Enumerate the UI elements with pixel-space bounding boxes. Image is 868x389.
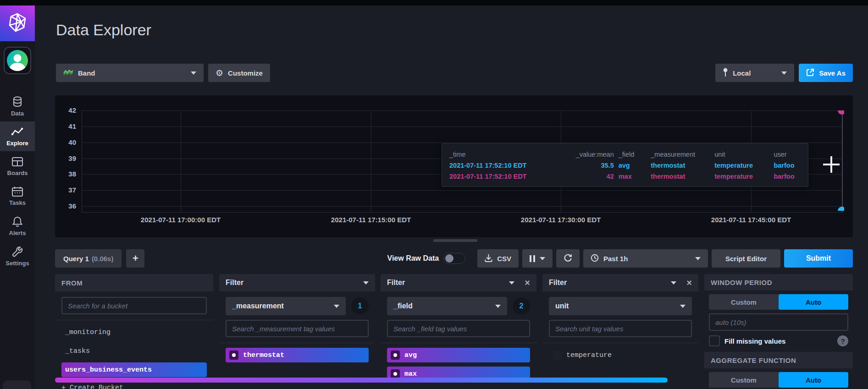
chart-resize-handle[interactable] xyxy=(433,239,477,242)
tooltip-header-row: _time _value:mean _field _measurement un… xyxy=(449,149,801,160)
builder-horizontal-scrollbar[interactable] xyxy=(55,378,668,383)
refresh-button[interactable] xyxy=(556,249,580,268)
chevron-down-icon[interactable] xyxy=(671,281,676,285)
chevron-down-icon xyxy=(334,305,339,308)
bucket-item[interactable]: _monitoring xyxy=(61,325,207,340)
sidebar-item-label: Settings xyxy=(6,260,29,267)
chevron-down-icon[interactable] xyxy=(509,281,514,285)
tag-value-list: thermostat xyxy=(226,343,369,362)
create-bucket-button[interactable]: + Create Bucket xyxy=(61,384,123,389)
tooltip-cell: thermostat xyxy=(651,171,710,182)
csv-download-button[interactable]: CSV xyxy=(477,249,519,268)
plus-icon: + xyxy=(133,252,138,264)
query-duration: (0.06s) xyxy=(92,255,114,263)
pause-dropdown-button[interactable] xyxy=(522,249,553,268)
chevron-down-icon xyxy=(495,305,501,308)
csv-label: CSV xyxy=(497,255,511,263)
sidebar-item-settings[interactable]: Settings xyxy=(0,241,35,271)
filter-key-dropdown[interactable]: _measurement xyxy=(226,297,346,315)
filter-key-label: unit xyxy=(555,302,569,310)
filter-panel-field: Filter × _field 2 xyxy=(381,274,536,389)
sidebar-item-data[interactable]: Data xyxy=(0,91,35,121)
gridline xyxy=(82,126,842,127)
save-as-button[interactable]: Save As xyxy=(799,64,853,82)
tag-value-search-input[interactable] xyxy=(226,320,369,337)
visualization-type-dropdown[interactable]: Band xyxy=(56,64,204,82)
window-period-input[interactable] xyxy=(709,313,848,331)
query-tab[interactable]: Query 1 (0.06s) xyxy=(55,249,122,268)
timezone-dropdown[interactable]: Local xyxy=(715,64,794,82)
tag-value-item-selected[interactable]: thermostat xyxy=(226,348,369,362)
axis-line xyxy=(82,110,82,212)
filter-key-dropdown[interactable]: unit xyxy=(549,297,692,315)
tag-value-search-input[interactable] xyxy=(387,320,530,337)
pause-icon xyxy=(530,255,535,262)
fill-missing-label: Fill missing values xyxy=(724,337,785,345)
sidebar-item-label: Boards xyxy=(7,170,28,176)
time-range-dropdown[interactable]: Past 1h xyxy=(583,249,708,268)
tooltip-cell: thermostat xyxy=(651,160,710,171)
filter-key-dropdown[interactable]: _field xyxy=(387,297,507,315)
sidebar-bottom-partial[interactable] xyxy=(3,380,31,389)
sidebar-item-tasks[interactable]: Tasks xyxy=(0,181,35,211)
from-panel: FROM _monitoring _tasks users_business_e… xyxy=(55,274,213,389)
tooltip-cell: 2021-07-11 17:52:10 EDT xyxy=(449,171,571,182)
help-icon[interactable]: ? xyxy=(837,335,848,346)
clock-icon xyxy=(591,254,599,263)
filter-panel-unit: Filter × unit tempera xyxy=(542,274,698,389)
close-icon[interactable]: × xyxy=(525,278,530,287)
tooltip-row-max: 2021-07-11 17:52:10 EDT 42 max thermosta… xyxy=(449,171,801,182)
user-avatar[interactable] xyxy=(4,47,31,74)
tooltip-col-unit: unit xyxy=(714,149,769,160)
series-point-max xyxy=(838,106,846,115)
close-icon[interactable]: × xyxy=(686,278,692,287)
aggregate-function-label: AGGREGATE FUNCTION xyxy=(711,356,796,364)
tooltip-col-measurement: _measurement xyxy=(651,149,710,160)
filter-key-row: unit xyxy=(549,297,692,315)
sidebar-item-boards[interactable]: Boards xyxy=(0,151,35,181)
from-panel-header: FROM xyxy=(55,274,213,291)
y-axis-tick: 40 xyxy=(55,138,76,146)
chevron-down-icon xyxy=(680,305,686,308)
custom-option[interactable]: Custom xyxy=(709,372,779,388)
view-raw-data-toggle[interactable] xyxy=(443,253,465,264)
submit-button[interactable]: Submit xyxy=(784,249,853,268)
bucket-item[interactable]: _tasks xyxy=(61,344,207,358)
chevron-down-icon[interactable] xyxy=(363,281,369,285)
selected-count-badge: 1 xyxy=(351,297,369,315)
database-icon xyxy=(11,96,23,108)
sidebar-item-explore[interactable]: Explore xyxy=(0,121,35,151)
tag-value-label: thermostat xyxy=(243,351,284,359)
custom-option[interactable]: Custom xyxy=(709,294,779,310)
customize-button[interactable]: ⚙ Customize xyxy=(208,64,270,82)
tag-value-item[interactable]: temperature xyxy=(549,348,692,362)
toggle-knob xyxy=(445,254,453,263)
fill-missing-checkbox[interactable] xyxy=(709,335,720,346)
sidebar-item-label: Alerts xyxy=(9,230,26,236)
x-axis-tick: 2021-07-11 17:45:00 EDT xyxy=(687,216,815,224)
data-explorer-screen: Data Explore Boards xyxy=(0,0,868,389)
filter-title: Filter xyxy=(387,279,405,287)
tooltip-cell: avg xyxy=(619,160,647,171)
tag-value-search-input[interactable] xyxy=(549,320,692,337)
auto-option[interactable]: Auto xyxy=(779,372,848,388)
y-axis-tick: 39 xyxy=(55,154,76,162)
tag-value-item-selected[interactable]: avg xyxy=(387,348,530,362)
chart-panel[interactable]: 42 41 40 39 38 37 36 2021-07-11 17:00:00… xyxy=(55,95,853,237)
add-query-button[interactable]: + xyxy=(126,249,144,268)
auto-option[interactable]: Auto xyxy=(779,294,848,310)
script-editor-button[interactable]: Script Editor xyxy=(712,249,780,268)
y-axis-tick: 36 xyxy=(55,202,76,210)
influxdb-logo[interactable] xyxy=(0,5,35,41)
bucket-search-input[interactable] xyxy=(61,297,207,314)
window-period-panel: WINDOW PERIOD Custom Auto Fill missing v… xyxy=(704,274,853,389)
calendar-icon xyxy=(11,186,23,197)
influxdb-logo-icon xyxy=(7,12,28,34)
tooltip-row-mean: 2021-07-11 17:52:10 EDT 35.5 avg thermos… xyxy=(449,160,801,171)
selected-count-badge: 2 xyxy=(513,297,530,315)
sidebar-item-alerts[interactable]: Alerts xyxy=(0,211,35,241)
checkbox-checked xyxy=(391,369,400,378)
customize-label: Customize xyxy=(228,69,263,77)
chart-tooltip: _time _value:mean _field _measurement un… xyxy=(442,143,808,187)
bucket-item-selected[interactable]: users_business_events xyxy=(61,362,207,377)
